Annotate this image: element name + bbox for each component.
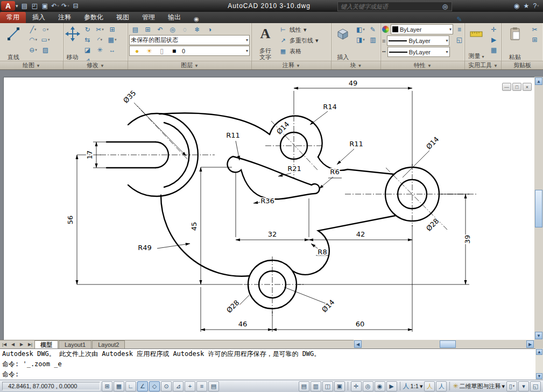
arc-icon[interactable]: ◠▾ bbox=[27, 34, 39, 45]
qat-redo-icon[interactable]: ↷▾ bbox=[61, 1, 70, 11]
stretch-icon[interactable]: ↔ bbox=[106, 45, 118, 55]
circle-icon[interactable]: ○▾ bbox=[39, 24, 52, 34]
tab-output[interactable]: 输出 bbox=[161, 12, 187, 23]
communication-center-icon[interactable]: ◉ bbox=[512, 1, 521, 11]
block-create-icon[interactable]: ◧▾ bbox=[354, 24, 366, 34]
app-menu-button[interactable]: A bbox=[1, 1, 15, 11]
qp-toggle[interactable]: ▤ bbox=[208, 381, 219, 391]
tab-model[interactable]: 模型 bbox=[34, 340, 58, 348]
pan-button[interactable]: ✛ bbox=[351, 381, 362, 391]
zoom-button[interactable]: ◎ bbox=[363, 381, 373, 391]
status-menu-icon[interactable]: ▾ bbox=[518, 381, 529, 391]
annotation-scale-button[interactable]: 人 1:1 ▾ bbox=[403, 382, 423, 391]
app-menu-dropdown-icon[interactable]: ▾ bbox=[16, 3, 18, 9]
panel-label-block[interactable]: 块▼ bbox=[332, 61, 380, 69]
model-space-button[interactable]: ▤ bbox=[299, 381, 309, 391]
command-scroll-up-button[interactable]: ▲ bbox=[536, 349, 542, 355]
doc-restore-button[interactable]: □ bbox=[512, 83, 521, 91]
explode-icon[interactable]: ✳ bbox=[94, 45, 106, 55]
vertical-scrollbar[interactable]: ▲ ▼ bbox=[534, 77, 543, 340]
scale-icon[interactable]: ⊿ bbox=[81, 55, 94, 61]
first-tab-button[interactable]: |◀ bbox=[0, 341, 9, 348]
layer-properties-icon[interactable]: ▤ bbox=[129, 24, 142, 34]
drawing-area[interactable]: 49Ø35R14Ø14R11R11Ø1417R21R6R365645Ø28324… bbox=[3, 77, 535, 340]
scroll-down-button[interactable]: ▼ bbox=[535, 332, 542, 339]
hatch-icon[interactable]: ▨ bbox=[39, 45, 52, 55]
panel-label-draw[interactable]: 绘图▼ bbox=[0, 61, 63, 69]
qat-open-icon[interactable]: ◰ bbox=[30, 1, 40, 11]
favorites-star-icon[interactable]: ★ bbox=[521, 1, 531, 11]
rotate-icon[interactable]: ↻ bbox=[81, 24, 94, 34]
tab-layout2[interactable]: Layout2 bbox=[92, 340, 125, 348]
layer-match-icon[interactable]: ⊞ bbox=[142, 24, 154, 34]
scroll-left-button[interactable]: ◀ bbox=[354, 340, 362, 348]
prev-tab-button[interactable]: ◀ bbox=[9, 341, 17, 348]
qat-undo-icon[interactable]: ↶▾ bbox=[51, 1, 60, 11]
layer-unisolate-icon[interactable]: ◌ bbox=[179, 24, 191, 34]
tab-manage[interactable]: 管理 bbox=[136, 12, 161, 23]
ortho-toggle[interactable]: ∟ bbox=[125, 381, 136, 391]
move-button[interactable]: 移动 bbox=[65, 24, 80, 61]
mirror-icon[interactable]: ⇆ bbox=[81, 34, 94, 45]
panel-label-clipboard[interactable]: 剪贴板 bbox=[502, 61, 543, 69]
panel-label-modify[interactable]: 修改▼ bbox=[64, 61, 128, 69]
cut-icon[interactable]: ✂ bbox=[528, 24, 541, 34]
show-motion-button[interactable]: ▶ bbox=[386, 381, 397, 391]
quick-select-icon[interactable]: ▶ bbox=[488, 34, 500, 45]
attribute-manager-icon[interactable]: ▥ bbox=[366, 34, 379, 45]
copy-icon[interactable]: ⊞ bbox=[106, 24, 118, 34]
help-icon[interactable]: ?▾ bbox=[531, 1, 541, 11]
horizontal-scrollbar[interactable]: ◀ ▶ bbox=[354, 340, 534, 348]
search-binoculars-icon[interactable]: ◎ bbox=[440, 2, 450, 11]
doc-minimize-button[interactable]: — bbox=[502, 83, 511, 91]
horizontal-scroll-thumb[interactable] bbox=[440, 340, 456, 348]
tab-home[interactable]: 常用 bbox=[0, 12, 26, 23]
layer-freeze-icon[interactable]: ❄ bbox=[191, 24, 203, 34]
tab-parametric[interactable]: 参数化 bbox=[77, 12, 110, 23]
scroll-right-button[interactable]: ▶ bbox=[526, 340, 534, 348]
linetype-select[interactable]: ByLayer ▾ bbox=[387, 47, 450, 57]
lwt-toggle[interactable]: ≡ bbox=[196, 381, 207, 391]
attribute-edit-icon[interactable]: ◨▾ bbox=[354, 34, 366, 45]
layer-previous-icon[interactable]: ↶ bbox=[154, 24, 166, 34]
qat-new-icon[interactable]: ▤ bbox=[20, 1, 30, 11]
trim-icon[interactable]: ✂▾ bbox=[94, 24, 106, 34]
quick-view-layouts-button[interactable]: ◫ bbox=[322, 381, 333, 391]
vertical-scroll-thumb[interactable] bbox=[535, 190, 542, 227]
tab-layout1[interactable]: Layout1 bbox=[59, 340, 91, 348]
linear-dimension-button[interactable]: ⊢ 线性 ▾ bbox=[279, 24, 319, 35]
layout-space-button[interactable]: ▥ bbox=[311, 381, 321, 391]
erase-icon[interactable]: ◪ bbox=[81, 45, 94, 55]
panel-label-annotation[interactable]: 注释▼ bbox=[252, 61, 331, 69]
search-input[interactable] bbox=[340, 3, 440, 10]
panel-label-utilities[interactable]: 实用工具▼ bbox=[465, 61, 501, 69]
command-line-window[interactable]: Autodesk DWG。 此文件上次由 Autodesk 应用程序或 Auto… bbox=[0, 348, 543, 380]
steering-wheel-button[interactable]: ◉ bbox=[375, 381, 385, 391]
osnap-toggle[interactable]: ◇ bbox=[149, 381, 160, 391]
layer-on-bulb-icon[interactable]: ● bbox=[131, 46, 143, 56]
toolbar-lock-icon[interactable]: ▯▾ bbox=[506, 381, 517, 391]
quick-calc-icon[interactable]: ▦ bbox=[488, 45, 500, 55]
drawing-canvas[interactable]: 49Ø35R14Ø14R11R11Ø1417R21R6R365645Ø28324… bbox=[4, 77, 535, 340]
id-point-icon[interactable]: ✛ bbox=[488, 24, 500, 34]
quick-view-drawings-button[interactable]: ▣ bbox=[334, 381, 345, 391]
qat-plot-icon[interactable]: ⊟ bbox=[71, 1, 81, 11]
layer-unlock-icon[interactable]: ▯ bbox=[156, 46, 168, 56]
block-edit-icon[interactable]: ✎ bbox=[366, 24, 379, 34]
ribbon-options-icon[interactable]: ◉ bbox=[191, 15, 202, 23]
polar-toggle[interactable]: ∠ bbox=[137, 381, 148, 391]
command-scroll-down-button[interactable]: ▼ bbox=[536, 373, 542, 379]
layer-state-select[interactable]: 未保存的图层状态 ▾ bbox=[129, 35, 250, 45]
command-scrollbar[interactable]: ▲ ▼ bbox=[535, 348, 543, 380]
table-button[interactable]: ▦ 表格 bbox=[279, 46, 319, 56]
clean-screen-button[interactable]: ◱ bbox=[530, 381, 541, 391]
scroll-up-button[interactable]: ▲ bbox=[535, 77, 542, 85]
lineweight-select[interactable]: ByLayer ▾ bbox=[387, 35, 449, 46]
next-tab-button[interactable]: ▶ bbox=[17, 341, 26, 348]
layer-thaw-sun-icon[interactable]: ☀ bbox=[143, 46, 156, 56]
layer-isolate-icon[interactable]: ◎ bbox=[166, 24, 179, 34]
last-tab-button[interactable]: ▶| bbox=[26, 341, 34, 348]
doc-close-button[interactable]: × bbox=[523, 83, 532, 91]
insert-block-button[interactable]: 插入 bbox=[333, 24, 353, 61]
object-color-select[interactable]: ByLayer ▾ bbox=[391, 24, 453, 34]
